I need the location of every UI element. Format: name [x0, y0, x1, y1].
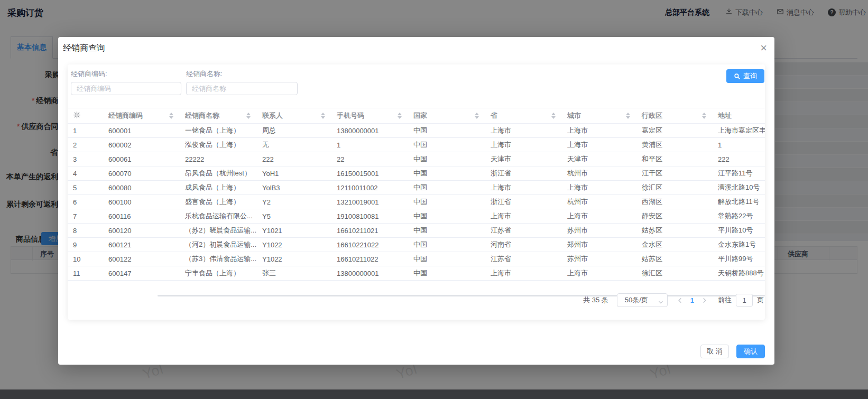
- sort-carets-icon[interactable]: [475, 113, 479, 119]
- table-row[interactable]: 11600147宁丰食品（上海）张三13800000001中国上海市上海市徐汇区…: [68, 266, 765, 281]
- cell: 乐杭食品运输有限公...: [180, 209, 257, 224]
- cell: 江干区: [636, 166, 713, 181]
- cell: Y1022: [257, 252, 331, 266]
- confirm-button[interactable]: 确认: [736, 345, 765, 358]
- cell: 解放北路11号: [713, 195, 765, 209]
- sort-carets-icon[interactable]: [702, 113, 706, 119]
- sort-carets-icon[interactable]: [626, 113, 630, 119]
- table-row[interactable]: 9600121（河2）初晨食品运输...Y102216610221022中国河南…: [68, 238, 765, 252]
- next-page-icon[interactable]: [701, 298, 707, 303]
- cell: Y2: [257, 195, 331, 209]
- cell: 222: [713, 152, 765, 166]
- cell: 上海市: [485, 181, 562, 195]
- cell: 600080: [103, 181, 180, 195]
- page-size-select[interactable]: 50条/页: [617, 293, 668, 307]
- cell: 宁丰食品（上海）: [180, 266, 257, 281]
- distributor-name-input[interactable]: [186, 82, 298, 95]
- sort-carets-icon[interactable]: [169, 113, 173, 119]
- cell: 6: [68, 195, 103, 209]
- cell: 600121: [103, 238, 180, 252]
- column-label: 省: [491, 111, 497, 120]
- cell: 10: [68, 252, 103, 266]
- cell: 苏州市: [562, 252, 636, 266]
- cell: 1: [331, 138, 408, 152]
- chevron-down-icon: [658, 298, 663, 306]
- dialog-footer: 取 消 确认: [700, 345, 765, 358]
- cell: 无: [257, 138, 331, 152]
- cell: 黄浦区: [636, 138, 713, 152]
- cell: 周总: [257, 124, 331, 138]
- cell: 嘉定区: [636, 124, 713, 138]
- cell: 徐汇区: [636, 266, 713, 281]
- cell: 一铭食品（上海）: [180, 124, 257, 138]
- table-row[interactable]: 5600080成风食品（上海）YolB312110011002中国上海市上海市徐…: [68, 181, 765, 195]
- cell: 平川路99号: [713, 252, 765, 266]
- cell: 16150015001: [331, 166, 408, 181]
- cell: 中国: [408, 252, 485, 266]
- cancel-button[interactable]: 取 消: [700, 345, 729, 358]
- cell: 中国: [408, 152, 485, 166]
- cell: 1: [68, 124, 103, 138]
- column-settings-gear-icon[interactable]: [68, 108, 103, 124]
- cell: 16610211021: [331, 224, 408, 238]
- cell: 中国: [408, 238, 485, 252]
- cell: 金水东路1号: [713, 238, 765, 252]
- cell: 天津市: [485, 152, 562, 166]
- column-label: 经销商名称: [185, 111, 219, 120]
- page-unit-label: 页: [757, 295, 764, 305]
- cell: 常熟路22号: [713, 209, 765, 224]
- distributor-code-input[interactable]: [71, 82, 181, 95]
- table-row[interactable]: 2600002泓俊食品（上海）无1中国上海市上海市黄浦区1: [68, 138, 765, 152]
- cell: 杭州市: [562, 195, 636, 209]
- column-header-1[interactable]: 经销商编码: [103, 108, 180, 124]
- prev-page-icon[interactable]: [677, 298, 683, 303]
- column-header-9[interactable]: 地址: [713, 108, 765, 124]
- cell: 上海市: [562, 138, 636, 152]
- cell: 上海市: [562, 209, 636, 224]
- column-header-3[interactable]: 联系人: [257, 108, 331, 124]
- sort-carets-icon[interactable]: [246, 113, 251, 119]
- current-page[interactable]: 1: [690, 296, 694, 304]
- sort-carets-icon[interactable]: [398, 113, 402, 119]
- table-row[interactable]: 6600100盛言食品（上海）Y213210019001中国浙江省杭州市西湖区解…: [68, 195, 765, 209]
- cell: 7: [68, 209, 103, 224]
- cell: Y5: [257, 209, 331, 224]
- column-header-5[interactable]: 国家: [408, 108, 485, 124]
- cell: 天津市: [562, 152, 636, 166]
- distributor-query-dialog: 经销商查询 × Yol Yol Yol Yol Yol Yol 经销商编码: 经…: [58, 37, 774, 365]
- close-icon[interactable]: ×: [760, 42, 767, 54]
- query-card: 经销商编码: 经销商名称: 查询: [68, 64, 765, 320]
- cell: 600100: [103, 195, 180, 209]
- goto-page-input[interactable]: [736, 294, 753, 307]
- column-label: 国家: [413, 111, 427, 120]
- cell: 3: [68, 152, 103, 166]
- table-row[interactable]: 8600120（苏2）晓晨食品运输...Y102116610211021中国江苏…: [68, 224, 765, 238]
- table-row[interactable]: 7600116乐杭食品运输有限公...Y519100810081中国上海市上海市…: [68, 209, 765, 224]
- column-header-7[interactable]: 城市: [562, 108, 636, 124]
- cell: 上海市: [485, 266, 562, 281]
- table-row[interactable]: 4600070昂风食品（杭州test）YoH116150015001中国浙江省杭…: [68, 166, 765, 181]
- cell: 江平路11号: [713, 166, 765, 181]
- distributor-code-label: 经销商编码:: [71, 69, 107, 79]
- sort-carets-icon[interactable]: [321, 113, 325, 119]
- table-row[interactable]: 10600122（苏3）伟清食品运输...Y102216610211022中国江…: [68, 252, 765, 266]
- cell: 13800000001: [331, 266, 408, 281]
- cell: 600122: [103, 252, 180, 266]
- cell: 中国: [408, 138, 485, 152]
- column-header-6[interactable]: 省: [485, 108, 562, 124]
- column-label: 手机号码: [337, 111, 364, 120]
- cell: 郑州市: [562, 238, 636, 252]
- table-row[interactable]: 1600001一铭食品（上海）周总13800000001中国上海市上海市嘉定区上…: [68, 124, 765, 138]
- column-header-2[interactable]: 经销商名称: [180, 108, 257, 124]
- cell: Y1021: [257, 224, 331, 238]
- column-header-4[interactable]: 手机号码: [331, 108, 408, 124]
- cell: 中国: [408, 224, 485, 238]
- cell: YolB3: [257, 181, 331, 195]
- cell: 和平区: [636, 152, 713, 166]
- search-button[interactable]: 查询: [726, 69, 764, 83]
- cell: 金水区: [636, 238, 713, 252]
- sort-carets-icon[interactable]: [551, 113, 556, 119]
- table-row[interactable]: 36000612222222222中国天津市天津市和平区222: [68, 152, 765, 166]
- column-header-8[interactable]: 行政区: [636, 108, 713, 124]
- page-size-value: 50条/页: [625, 295, 648, 305]
